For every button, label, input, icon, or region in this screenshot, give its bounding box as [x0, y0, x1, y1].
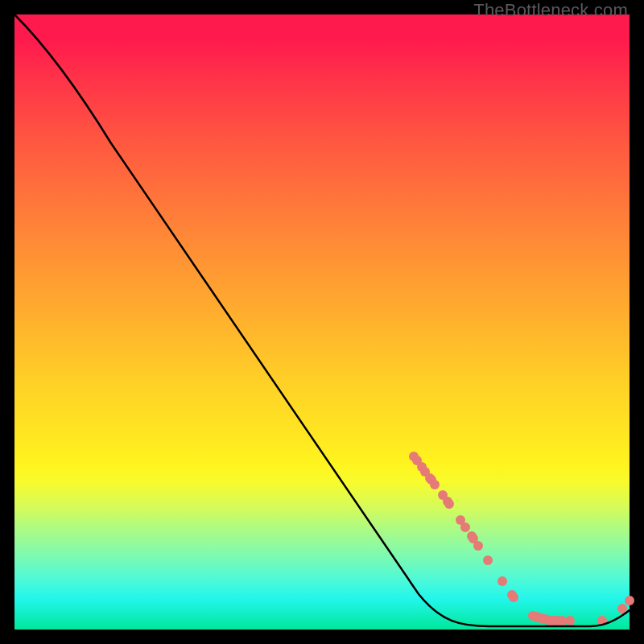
- chart-marker: [625, 596, 634, 605]
- chart-marker: [460, 522, 470, 532]
- chart-marker: [565, 616, 575, 625]
- chart-marker: [430, 480, 440, 489]
- chart-marker: [483, 555, 493, 565]
- watermark-text: TheBottleneck.com: [473, 0, 628, 21]
- chart-markers-group: [409, 452, 634, 625]
- chart-frame: [14, 14, 630, 630]
- bottleneck-curve: [14, 14, 630, 626]
- chart-marker: [497, 576, 507, 586]
- chart-marker: [509, 592, 518, 602]
- chart-marker: [473, 541, 483, 551]
- chart-svg: [14, 14, 630, 630]
- chart-marker: [444, 499, 454, 509]
